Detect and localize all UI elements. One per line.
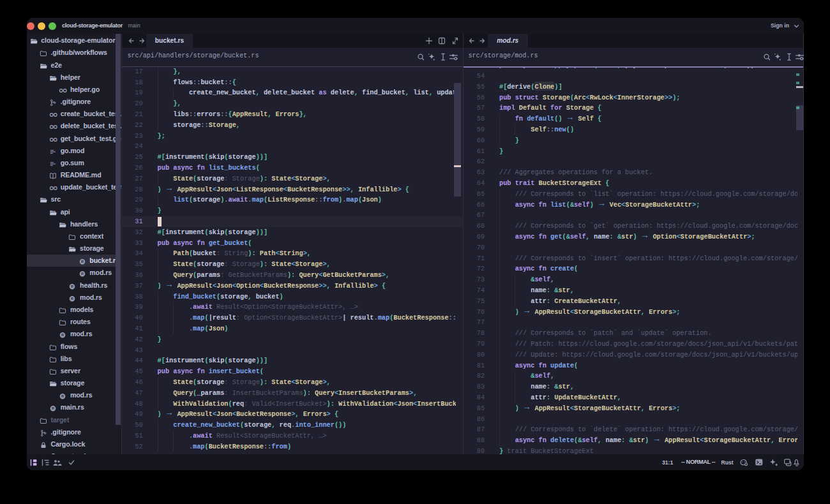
svg-text:R: R — [81, 272, 84, 276]
svg-text:R: R — [52, 406, 54, 410]
svg-text:R: R — [71, 285, 73, 288]
svg-text:R: R — [61, 333, 64, 337]
svg-text:R: R — [81, 260, 84, 263]
svg-text:R: R — [61, 394, 64, 398]
svg-text:R: R — [71, 297, 73, 300]
